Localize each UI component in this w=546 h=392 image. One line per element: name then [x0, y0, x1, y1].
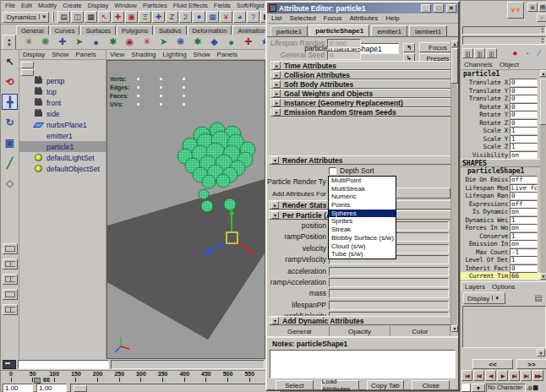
attribute-editor-menu-item[interactable]: Attributes — [349, 14, 378, 22]
channel-value-field[interactable]: on — [510, 240, 538, 248]
outliner-menu-item[interactable]: Show — [52, 51, 68, 58]
quick-select-field-1[interactable]: ▲▼ — [462, 26, 546, 35]
channel-box-menu-item[interactable]: Object — [500, 61, 519, 68]
attr-section-header[interactable]: ▸ Soft Body Attributes — [270, 79, 455, 89]
show-manipulator-tool-icon[interactable]: ◇ — [2, 175, 18, 191]
channel-value-field[interactable]: 1 — [510, 143, 538, 150]
minimize-button[interactable]: _ — [421, 4, 431, 13]
status-icon[interactable]: ✚ — [152, 11, 165, 23]
channel-value-field[interactable]: off — [510, 176, 538, 183]
expand-arrow-icon[interactable]: ▸ — [273, 90, 281, 97]
outliner-item[interactable]: persp — [19, 75, 106, 86]
scroll-down-icon[interactable]: ▼ — [451, 325, 458, 332]
dropdown-option[interactable]: Blobby Surface (s/w) — [329, 234, 396, 242]
scroll-up-icon[interactable]: ▲ — [451, 41, 458, 47]
attribute-editor-menu-item[interactable]: Selected — [289, 14, 315, 22]
channel-box-menu-item[interactable]: Channels — [464, 61, 493, 68]
key-icon[interactable]: -0 — [527, 385, 532, 391]
main-menu-item[interactable]: Modify — [36, 2, 58, 9]
next-keyframe-button[interactable]: >> — [516, 359, 546, 369]
depth-sort-checkbox[interactable] — [329, 167, 336, 175]
dropdown-option[interactable]: MultiStreak — [329, 185, 396, 193]
outliner-item[interactable]: top — [19, 86, 106, 97]
add-dynamic-button[interactable]: Opacity — [330, 326, 390, 336]
layout-hypergraph-button[interactable] — [3, 289, 18, 300]
expand-arrow-icon[interactable]: ▸ — [273, 80, 281, 88]
channel-value-field[interactable]: Live for — [510, 184, 538, 192]
dropdown-option[interactable]: Numeric — [329, 193, 396, 201]
channel-value-field[interactable]: off — [510, 200, 538, 208]
channel-value-field[interactable]: 0 — [510, 79, 538, 86]
main-menu-item[interactable]: Edit — [19, 2, 34, 9]
layers-menu-item[interactable]: Options — [492, 283, 516, 291]
shelf-tab[interactable]: Polygons — [117, 25, 153, 35]
channel-value-field[interactable]: 1 — [510, 127, 538, 134]
main-menu-item[interactable]: Fields — [212, 2, 232, 9]
channel-value-field[interactable]: on — [510, 208, 538, 215]
shelf-tool-icon[interactable]: ➤ — [156, 35, 171, 49]
range-slider-track[interactable] — [70, 384, 280, 392]
show-manipulator-icon[interactable]: ∨∨ — [507, 2, 524, 19]
status-icon[interactable]: Z — [166, 11, 178, 23]
main-menu-item[interactable]: Create — [61, 2, 84, 9]
scale-tool-icon[interactable]: ▣ — [2, 134, 18, 150]
grid-icon[interactable]: ▦ — [532, 384, 538, 391]
layout-single-pane-button[interactable] — [3, 243, 18, 254]
main-menu-item[interactable]: Particles — [141, 2, 169, 9]
outliner-item[interactable]: front — [19, 97, 106, 108]
main-menu-item[interactable]: Fluid Effects — [172, 2, 210, 9]
lasso-tool-icon[interactable]: ⟲ — [2, 74, 18, 90]
attribute-editor-scrollbar[interactable]: ▲ ▼ — [450, 41, 457, 332]
playback-start-field[interactable] — [36, 384, 67, 392]
channel-value-field[interactable]: 1 — [510, 135, 538, 143]
channel-value-field[interactable]: 0 — [510, 192, 538, 199]
scroll-down-icon[interactable]: ▼ — [540, 273, 546, 280]
channel-box-toggle-icon[interactable]: ≣ — [527, 3, 538, 12]
pp-attribute-field[interactable] — [329, 267, 449, 276]
clock-icon[interactable]: ◔ — [521, 48, 532, 58]
notes-textarea[interactable] — [270, 350, 456, 378]
dropdown-option[interactable]: Cloud (s/w) — [329, 242, 396, 251]
status-icon[interactable]: ◫ — [71, 11, 84, 23]
attr-section-header[interactable]: ▸ Emission Random Stream Seeds — [270, 107, 455, 117]
expand-arrow-icon[interactable]: ▸ — [273, 71, 281, 79]
outliner-item[interactable]: defaultObjectSet — [19, 163, 106, 174]
scroll-up-icon[interactable]: ▲ — [540, 70, 546, 77]
transport-button[interactable]: ◀ — [485, 370, 496, 381]
status-icon[interactable]: ● — [193, 11, 205, 23]
channel-value-field[interactable]: on — [510, 224, 538, 231]
dropdown-option[interactable]: Sprites — [329, 217, 396, 226]
dropdown-option[interactable]: Tube (s/w) — [329, 250, 396, 259]
pp-attribute-field[interactable] — [329, 278, 449, 287]
status-icon[interactable]: ↖ — [98, 11, 111, 23]
add-dynamic-section-header[interactable]: ▾ Add Dynamic Attributes — [269, 316, 453, 325]
node-tab[interactable]: particle1 — [270, 25, 308, 36]
outliner-item[interactable]: particle1 — [19, 141, 106, 152]
spinner-icons[interactable]: ▲▼ — [541, 27, 544, 34]
select-tool-icon[interactable]: ↖ — [2, 53, 18, 69]
outliner-menu-item[interactable]: Panels — [75, 51, 96, 58]
scrollbar-thumb[interactable] — [540, 79, 546, 125]
attr-section-header[interactable]: ▸ Collision Attributes — [270, 70, 455, 79]
channel-list-scrollbar[interactable]: ▲ ▼ — [540, 70, 546, 280]
dropdown-option[interactable]: Streak — [329, 226, 396, 234]
outliner-item[interactable]: side — [19, 108, 106, 119]
status-icon[interactable]: ¥ — [220, 11, 232, 23]
attr-section-header[interactable]: ▸ Time Attributes — [270, 61, 455, 70]
add-dynamic-button[interactable]: General — [270, 326, 330, 336]
channel-value-field[interactable]: 66 — [510, 272, 538, 280]
shelf-tab[interactable]: General — [16, 25, 49, 35]
node-tab[interactable]: emitter1 — [371, 25, 407, 36]
viewport-menu-item[interactable]: Shading — [131, 51, 156, 58]
main-menu-item[interactable]: Window — [112, 2, 139, 9]
shelf-tool-icon[interactable]: ✱ — [190, 35, 205, 49]
status-icon[interactable]: 2 — [179, 11, 192, 23]
main-menu-item[interactable]: File — [3, 2, 17, 9]
shelf-tool-icon[interactable]: ➤ — [72, 35, 86, 49]
quick-select-field-2[interactable]: ▲▼ — [462, 36, 546, 45]
prev-keyframe-button[interactable]: << — [472, 359, 513, 369]
attribute-editor-menu-item[interactable]: Focus — [324, 14, 342, 22]
status-icon[interactable]: Ξ — [139, 11, 151, 23]
layers-menu-item[interactable]: Layers — [465, 283, 485, 291]
shelf-tab[interactable]: Curves — [50, 25, 80, 35]
